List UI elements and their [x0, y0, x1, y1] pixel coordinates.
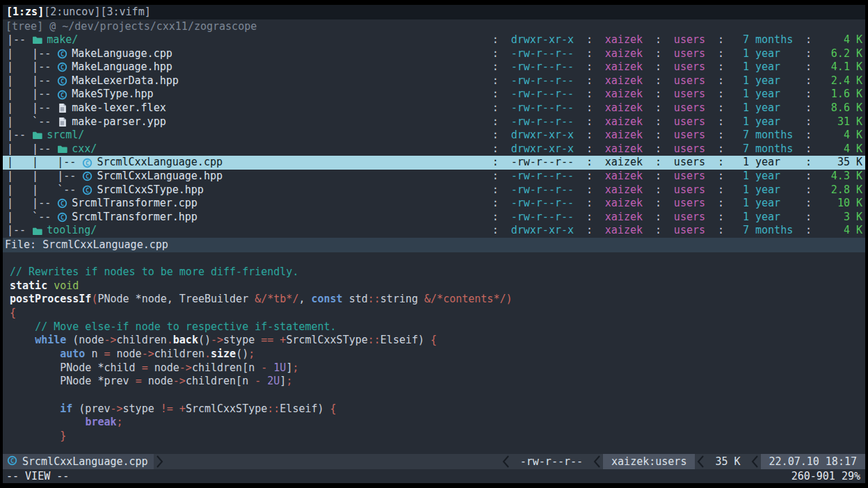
column-separator: : — [586, 197, 593, 211]
column-separator: : — [586, 101, 593, 115]
tree-row[interactable]: | |-- cxx/:drwxr-xr-x:xaizek:users:7 mon… — [3, 143, 865, 156]
column-separator: : — [655, 156, 661, 170]
svg-text:C: C — [86, 187, 89, 194]
code-gap — [3, 252, 865, 266]
file-size: 10 K — [818, 197, 862, 211]
tree-row[interactable]: | | |-- CSrcmlCxxLanguage.cpp:-rw-r--r--… — [3, 156, 865, 170]
file-age: 1 year — [730, 88, 799, 101]
tree-branch-lines: |-- — [7, 224, 32, 238]
tree-row[interactable]: | |-- CMakeLanguage.hpp:-rw-r--r--:xaize… — [3, 60, 865, 74]
file-age: 1 year — [730, 47, 799, 61]
terminal-window: [1:zs][2:uncov][3:vifm] [tree] @ ~/dev/p… — [3, 5, 865, 483]
tree-branch-lines: | |-- — [7, 47, 57, 61]
tree-row[interactable]: | `-- make-parser.ypp:-rw-r--r--:xaizek:… — [3, 115, 865, 129]
column-separator: : — [655, 33, 661, 47]
column-separator: : — [805, 184, 812, 197]
code-line: { — [10, 307, 865, 320]
column-separator: : — [718, 33, 724, 47]
file-name: make-parser.ypp — [72, 115, 486, 129]
tree-row[interactable]: | |-- CSrcmlTransformer.cpp:-rw-r--r--:x… — [3, 197, 865, 211]
mode-line: -- VIEW -- 260-901 29% — [3, 469, 865, 483]
column-separator: : — [492, 197, 499, 211]
tree-row[interactable]: | `-- CSrcmlTransformer.hpp:-rw-r--r--:x… — [3, 211, 865, 225]
statusbar-datetime: 22.07.10 18:17 — [761, 454, 865, 469]
tmux-window-uncov[interactable]: [2:uncov] — [44, 6, 100, 18]
svg-text:C: C — [61, 214, 64, 221]
file-permissions: -rw-r--r-- — [505, 156, 580, 170]
tree-row[interactable]: |-- srcml/:drwxr-xr-x:xaizek:users:7 mon… — [3, 129, 865, 143]
tree-row[interactable]: |-- tooling/:drwxr-xr-x:xaizek:users:7 m… — [3, 224, 865, 238]
column-separator: : — [492, 224, 499, 238]
tree-branch-lines: | | |-- — [7, 170, 82, 184]
column-separator: : — [718, 88, 724, 101]
file-size: 6.2 K — [818, 47, 862, 61]
file-age: 1 year — [730, 197, 799, 211]
file-owner: xaizek — [599, 33, 649, 47]
column-separator: : — [718, 74, 724, 88]
file-age: 1 year — [730, 60, 799, 74]
tree-row[interactable]: | |-- CMakeLanguage.cpp:-rw-r--r--:xaize… — [3, 47, 865, 61]
code-preview[interactable]: // Rewrites if nodes to be more diff-fri… — [3, 266, 865, 444]
column-separator: : — [805, 60, 812, 74]
column-separator: : — [655, 143, 661, 156]
column-separator: : — [655, 129, 661, 143]
tree-row[interactable]: | |-- make-lexer.flex:-rw-r--r--:xaizek:… — [3, 101, 865, 115]
column-separator: : — [586, 47, 593, 61]
tmux-window-zs[interactable]: [1:zs] — [6, 6, 44, 18]
svg-text:C: C — [10, 457, 14, 464]
tree-branch-lines: | |-- — [7, 197, 57, 211]
code-line: postProcessIf(PNode *node, TreeBuilder &… — [10, 293, 865, 307]
column-separator: : — [718, 129, 724, 143]
file-size: 4.1 K — [818, 60, 862, 74]
file-size: 4 K — [818, 143, 862, 156]
cpp-file-icon: C — [57, 76, 67, 86]
column-separator: : — [586, 60, 593, 74]
column-separator: : — [805, 224, 812, 238]
code-line: break; — [10, 416, 865, 430]
tree-row[interactable]: | |-- CMakeLexerData.hpp:-rw-r--r--:xaiz… — [3, 74, 865, 88]
column-separator: : — [805, 47, 812, 61]
column-separator: : — [655, 211, 661, 225]
tree-row[interactable]: | | `-- CSrcmlCxxSType.hpp:-rw-r--r--:xa… — [3, 184, 865, 197]
tmux-window-vifm[interactable]: [3:vifm] — [100, 6, 150, 18]
file-name: srcml/ — [47, 129, 486, 143]
column-separator: : — [655, 47, 661, 61]
statusbar-file-segment: C SrcmlCxxLanguage.cpp — [3, 454, 154, 469]
cpp-file-icon: C — [57, 212, 67, 222]
column-separator: : — [805, 129, 812, 143]
cpp-file-icon: C — [57, 62, 67, 72]
file-size: 4 K — [818, 224, 862, 238]
column-separator: : — [718, 60, 724, 74]
column-separator: : — [655, 184, 661, 197]
column-separator: : — [805, 156, 812, 170]
file-name: SrcmlTransformer.hpp — [72, 211, 486, 225]
tree-branch-lines: | |-- — [7, 101, 57, 115]
code-line: PNode *child = node->children[n - 1U]; — [10, 361, 865, 375]
tree-branch-lines: | | `-- — [7, 184, 82, 197]
column-separator: : — [586, 115, 593, 129]
mode-indicator: -- VIEW -- — [6, 469, 69, 483]
statusbar-fill — [166, 454, 500, 469]
column-separator: : — [492, 170, 499, 184]
file-size: 31 K — [818, 115, 862, 129]
tree-row[interactable]: | | |-- CSrcmlCxxLanguage.hpp:-rw-r--r--… — [3, 170, 865, 184]
tree-branch-lines: | | |-- — [7, 156, 82, 170]
tree-row[interactable]: |-- make/:drwxr-xr-x:xaizek:users:7 mont… — [3, 33, 865, 47]
svg-text:C: C — [61, 78, 64, 85]
tree-row[interactable]: | |-- CMakeSType.hpp:-rw-r--r--:xaizek:u… — [3, 88, 865, 101]
column-separator: : — [805, 88, 812, 101]
file-name: MakeLanguage.cpp — [72, 47, 486, 61]
file-permissions: -rw-r--r-- — [505, 197, 580, 211]
file-owner: xaizek — [599, 129, 649, 143]
column-separator: : — [492, 74, 499, 88]
file-tree[interactable]: |-- make/:drwxr-xr-x:xaizek:users:7 mont… — [3, 33, 865, 238]
column-separator: : — [586, 33, 593, 47]
file-age: 1 year — [730, 101, 799, 115]
file-name: MakeLexerData.hpp — [72, 74, 486, 88]
column-separator: : — [492, 143, 499, 156]
column-separator: : — [492, 129, 499, 143]
file-owner: xaizek — [599, 60, 649, 74]
file-owner: xaizek — [599, 115, 649, 129]
file-size: 4 K — [818, 129, 862, 143]
file-group: users — [668, 156, 712, 170]
